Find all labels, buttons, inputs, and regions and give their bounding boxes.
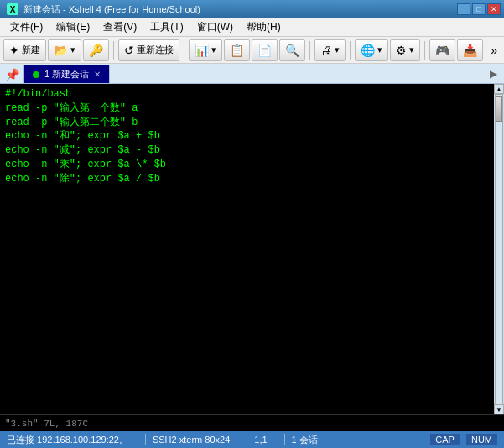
toolbar-separator-1 [113, 41, 114, 60]
menu-bar: 文件(F) 编辑(E) 查看(V) 工具(T) 窗口(W) 帮助(H) [0, 18, 504, 37]
transfer-icon: 📊 [195, 44, 209, 57]
dropdown-arrow5: ▾ [409, 44, 414, 55]
network-button[interactable]: 🌐 ▾ [355, 39, 388, 61]
toolbar-separator-5 [424, 41, 425, 60]
close-button[interactable]: ✕ [487, 3, 501, 15]
toolbar-separator-2 [184, 41, 184, 60]
tab-close-button[interactable]: ✕ [94, 70, 101, 79]
network-icon: 🌐 [361, 44, 375, 57]
open-button[interactable]: 📂 ▾ [48, 39, 81, 61]
settings-button[interactable]: ⚙ ▾ [390, 39, 420, 61]
reconnect-button[interactable]: ↺ 重新连接 [118, 39, 179, 61]
toolbar: ✦ 新建 📂 ▾ 🔑 ↺ 重新连接 📊 ▾ 📋 📄 🔍 🖨 ▾ 🌐 ▾ ⚙ ▾ [0, 37, 504, 64]
connection-indicator [33, 71, 39, 78]
status-divider-1 [145, 434, 146, 445]
scrollbar-track[interactable] [495, 94, 503, 404]
tab-scroll-right[interactable]: ▶ [486, 68, 501, 80]
terminal-line-2: read -p "输入第一个数" a [5, 102, 489, 116]
dropdown-arrow4: ▾ [377, 44, 382, 55]
terminal[interactable]: #!/bin/bash read -p "输入第一个数" a read -p "… [0, 84, 494, 414]
xftp-button[interactable]: 📥 [457, 39, 483, 61]
vim-status-text: "3.sh" 7L, 187C [5, 419, 88, 429]
search-icon: 🔍 [285, 44, 299, 57]
print-button[interactable]: 🖨 ▾ [314, 39, 346, 61]
connection-status-bar: 已连接 192.168.100.129:22。 SSH2 xterm 80x24… [0, 431, 504, 448]
search-button[interactable]: 🔍 [279, 39, 305, 61]
menu-help[interactable]: 帮助(H) [240, 18, 288, 36]
toolbar-separator-3 [309, 41, 310, 60]
settings-icon: ⚙ [396, 44, 407, 57]
paste-button[interactable]: 📄 [252, 39, 278, 61]
dropdown-arrow3: ▾ [335, 44, 340, 55]
terminal-line-7: echo -n "除"; expr $a / $b [5, 172, 489, 186]
window-controls[interactable]: _ □ ✕ [457, 3, 501, 15]
folder-icon: 📂 [54, 44, 68, 57]
key-button[interactable]: 🔑 [83, 39, 109, 61]
terminal-line-1: #!/bin/bash [5, 87, 489, 102]
session-count: 1 会话 [292, 434, 328, 446]
dropdown-arrow2: ▾ [211, 44, 216, 55]
session-tab[interactable]: 1 新建会话 ✕ [23, 65, 110, 83]
dropdown-arrow: ▾ [70, 44, 75, 55]
cursor-position: 1,1 [254, 435, 277, 445]
key-icon: 🔑 [89, 44, 103, 57]
menu-edit[interactable]: 编辑(E) [49, 18, 96, 36]
xftp-icon: 📥 [463, 44, 477, 57]
toolbar-overflow[interactable]: » [487, 44, 501, 57]
zmodem-button[interactable]: 🎮 [429, 39, 455, 61]
new-button[interactable]: ✦ 新建 [3, 39, 46, 61]
scrollbar-thumb[interactable] [496, 96, 502, 122]
print-icon: 🖨 [320, 44, 332, 57]
toolbar-separator-4 [350, 41, 351, 60]
num-badge: NUM [466, 434, 497, 445]
connection-info: 已连接 192.168.100.129:22。 [7, 434, 138, 446]
protocol-info: SSH2 xterm 80x24 [153, 435, 240, 445]
copy-button[interactable]: 📋 [224, 39, 250, 61]
status-divider-2 [247, 434, 247, 445]
menu-file[interactable]: 文件(F) [3, 18, 49, 36]
copy-icon: 📋 [230, 44, 244, 57]
terminal-scrollbar[interactable]: ▲ ▼ [494, 84, 504, 414]
scrollbar-down-arrow[interactable]: ▼ [494, 404, 504, 414]
zmodem-icon: 🎮 [435, 44, 449, 57]
reconnect-icon: ↺ [124, 44, 134, 57]
tab-pin-icon: 📌 [3, 66, 20, 83]
terminal-line-5: echo -n "减"; expr $a - $b [5, 143, 489, 158]
paste-icon: 📄 [257, 44, 272, 57]
vim-status-bar: "3.sh" 7L, 187C [0, 414, 504, 431]
maximize-button[interactable]: □ [472, 3, 486, 15]
title-bar: X 新建会话 - Xshell 4 (Free for Home/School)… [0, 0, 504, 18]
terminal-line-3: read -p "输入第二个数" b [5, 116, 489, 130]
minimize-button[interactable]: _ [457, 3, 470, 15]
new-icon: ✦ [9, 44, 19, 57]
cap-badge: CAP [430, 434, 460, 445]
menu-tools[interactable]: 工具(T) [143, 18, 190, 36]
app-icon: X [7, 3, 18, 15]
status-divider-3 [284, 434, 285, 445]
tab-label: 1 新建会话 [44, 68, 89, 81]
terminal-line-6: echo -n "乘"; expr $a \* $b [5, 158, 489, 172]
window-title: 新建会话 - Xshell 4 (Free for Home/School) [23, 3, 200, 16]
menu-view[interactable]: 查看(V) [96, 18, 143, 36]
terminal-line-4: echo -n "和"; expr $a + $b [5, 129, 489, 143]
scrollbar-up-arrow[interactable]: ▲ [494, 84, 504, 94]
menu-window[interactable]: 窗口(W) [190, 18, 240, 36]
status-right-badges: CAP NUM [430, 434, 497, 445]
transfer-button[interactable]: 📊 ▾ [189, 39, 222, 61]
main-area: #!/bin/bash read -p "输入第一个数" a read -p "… [0, 84, 504, 414]
tab-bar: 📌 1 新建会话 ✕ ▶ [0, 64, 504, 84]
